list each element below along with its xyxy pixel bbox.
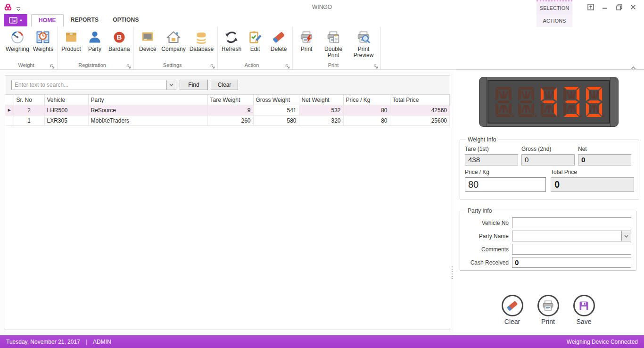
ribbon-button-label: Double Print [320,46,347,58]
close-button[interactable] [626,0,640,14]
cash-received-input[interactable] [512,257,631,267]
cell-party[interactable]: ReSource [88,105,207,116]
cell-net-weight[interactable]: 532 [299,105,343,116]
clear-button[interactable]: Clear [498,295,527,325]
restore-button[interactable] [612,0,626,14]
ribbon-tabs: HOMEREPORTSOPTIONS [31,14,146,27]
ribbon-button-database[interactable]: Database [188,28,215,53]
cell-net-weight[interactable]: 320 [299,116,343,126]
led-digit [515,85,537,119]
net-label: Net [578,146,631,152]
cell-total-price[interactable]: 42560 [390,105,450,116]
party-name-dropdown-arrow-icon[interactable] [621,231,631,241]
column-header-gross-weight[interactable]: Gross Weight [253,95,299,105]
window-controls [584,0,640,14]
dialog-launcher-icon[interactable] [373,63,379,68]
clear-search-button[interactable]: Clear [211,80,238,90]
tab-actions-label: ACTIONS [543,18,566,24]
ribbon-group-label-text: Action [245,62,259,68]
cell-tare-weight[interactable]: 9 [207,105,253,116]
ribbon-button-label: Delete [271,46,287,52]
tab-reports[interactable]: REPORTS [64,14,106,26]
cell-price-kg[interactable]: 80 [343,105,390,116]
cell-vehicle[interactable]: LXR305 [44,116,88,126]
cell-party[interactable]: MobiXeTraders [88,116,207,126]
status-bar: Tuesday, November 21, 2017 | ADMIN Weigh… [0,335,644,348]
party-info-title: Party Info [466,207,494,214]
find-button[interactable]: Find [180,80,208,90]
ribbon-button-party[interactable]: Party [83,28,107,53]
printer-circle-icon [537,295,559,316]
tab-actions[interactable]: ACTIONS [537,14,572,27]
price-per-kg-label: Price / Kg [465,169,546,175]
table-row[interactable]: 1LXR305MobiXeTraders2605803208025600 [5,116,450,126]
price-per-kg-input[interactable] [465,177,546,192]
cell-gross-weight[interactable]: 580 [253,116,299,126]
party-name-combo[interactable] [512,231,621,241]
collapse-ribbon-icon[interactable] [631,63,636,67]
weight-info-title: Weight Info [466,136,498,143]
cell-price-kg[interactable]: 80 [343,116,390,126]
dialog-launcher-icon[interactable] [285,63,290,68]
vehicle-no-input[interactable] [512,218,631,228]
application-menu-button[interactable] [4,14,27,26]
ribbon-button-edit[interactable]: Edit [243,28,267,53]
tab-home[interactable]: HOME [31,14,64,27]
fullscreen-icon[interactable] [584,0,598,14]
cell-tare-weight[interactable]: 260 [207,116,253,126]
search-input[interactable] [12,80,166,90]
tab-options[interactable]: OPTIONS [106,14,146,26]
net-field: 0 [578,154,631,166]
save-button[interactable]: Save [570,295,599,325]
main-content: Find Clear Sr. NoVehiclePartyTare Weight… [0,70,644,335]
ribbon-button-print-preview[interactable]: Print Preview [348,28,379,59]
cell-vehicle[interactable]: LHR500 [44,105,88,116]
dialog-launcher-icon[interactable] [50,63,55,68]
cell-sr-no[interactable]: 2 [14,105,44,116]
cell-sr-no[interactable]: 1 [14,116,44,126]
dialog-launcher-icon[interactable] [126,63,132,68]
ribbon-button-label: Print [301,46,313,52]
tare-field: 438 [465,154,518,166]
column-header-vehicle[interactable]: Vehicle [44,95,88,105]
column-header-party[interactable]: Party [88,95,207,105]
party-name-label: Party Name [465,233,512,240]
print-button[interactable]: Print [534,295,563,325]
chevron-down-icon [19,19,23,22]
ribbon-group-print: PrintDouble PrintPrint PreviewPrint [293,27,381,69]
ribbon-button-company[interactable]: Company [159,28,187,53]
database-icon [194,30,208,44]
cell-gross-weight[interactable]: 541 [253,105,299,116]
column-header-tare-weight[interactable]: Tare Weight [207,95,253,105]
ribbon-button-product[interactable]: Product [59,28,83,53]
search-dropdown-arrow-icon[interactable] [166,80,176,90]
comments-input[interactable] [512,244,631,254]
cell-total-price[interactable]: 25600 [390,116,450,126]
ribbon-button-bardana[interactable]: BBardana [107,28,132,53]
column-header-total-price[interactable]: Total Price [390,95,450,105]
ribbon-button-delete[interactable]: Delete [267,28,290,53]
ribbon-button-weighing[interactable]: Weighing [4,28,31,53]
column-header-price-kg[interactable]: Price / Kg [343,95,390,105]
ribbon-button-double-print[interactable]: Double Print [318,28,348,59]
dialog-launcher-icon[interactable] [210,63,215,68]
app-menu-icon [9,17,17,24]
ribbon-group-registration: ProductPartyBBardanaRegistration [58,27,134,69]
comments-label: Comments [465,246,512,253]
ribbon-button-device[interactable]: Device [136,28,159,53]
led-digit [493,85,514,119]
delete-eraser-icon [272,30,286,44]
minimize-button[interactable] [598,0,612,14]
contextual-group-selection: SELECTION [537,0,572,14]
ribbon-button-refresh[interactable]: Refresh [220,28,243,53]
ribbon-button-print[interactable]: Print [295,28,318,59]
ribbon-button-weights[interactable]: Weights [31,28,55,53]
eraser-circle-icon [502,295,523,316]
ribbon-group-label: Action [219,62,285,68]
gauge-icon [10,30,25,44]
column-header-sr-no[interactable]: Sr. No [14,95,44,105]
ribbon-group-weight: WeighingWeightsWeight [2,27,58,69]
column-header-net-weight[interactable]: Net Weight [299,95,343,105]
table-row[interactable]: ▶2LHR500ReSource95415328042560 [5,105,450,116]
person-icon [88,30,102,44]
